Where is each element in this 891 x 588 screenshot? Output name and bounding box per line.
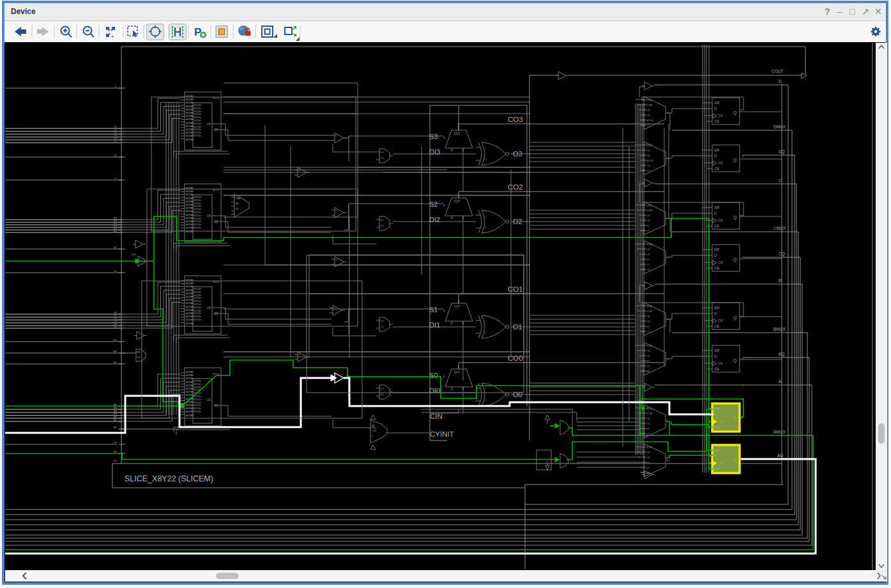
- svg-text:INIT64h: INIT64h: [194, 135, 201, 137]
- svg-text:INIT64h: INIT64h: [194, 202, 201, 205]
- svg-text:AX: AX: [372, 424, 376, 427]
- svg-text:MC31: MC31: [213, 97, 219, 100]
- svg-text:XOR: XOR: [646, 412, 652, 415]
- svg-text:INIT64h: INIT64h: [194, 126, 201, 128]
- svg-text:INIT64h: INIT64h: [194, 297, 201, 299]
- svg-text:O: O: [335, 209, 337, 212]
- svg-text:0: 0: [450, 388, 452, 391]
- svg-text:A6WA6: A6WA6: [186, 214, 194, 216]
- svg-text:A6WA6: A6WA6: [186, 309, 194, 312]
- svg-text:A6WA6: A6WA6: [186, 384, 194, 387]
- svg-text:INIT64h: INIT64h: [194, 132, 201, 134]
- svg-text:A6WA6: A6WA6: [186, 374, 194, 377]
- svg-text:CX: CX: [380, 224, 384, 227]
- svg-text:WE: WE: [113, 350, 118, 353]
- svg-text:DI1: DI1: [429, 321, 440, 329]
- svg-text:CY: CY: [646, 229, 650, 232]
- svg-text:DX: DX: [380, 218, 384, 222]
- svg-text:CY: CY: [646, 169, 650, 172]
- svg-text:S0: S0: [429, 372, 438, 379]
- svg-text:INIT64h: INIT64h: [194, 107, 201, 110]
- svg-text:I: I: [485, 215, 485, 218]
- svg-text:INIT64h: INIT64h: [194, 291, 201, 294]
- svg-text:O6: O6: [646, 149, 650, 152]
- svg-text:INIT64h: INIT64h: [194, 300, 201, 303]
- svg-text:A6WA6: A6WA6: [186, 322, 194, 325]
- svg-text:O6: O6: [646, 214, 650, 217]
- svg-text:S1: S1: [429, 306, 438, 313]
- svg-text:DX: DX: [380, 319, 384, 322]
- svg-text:F7: F7: [646, 427, 650, 430]
- svg-text:INIT64h: INIT64h: [194, 199, 201, 202]
- svg-text:CY: CY: [646, 124, 650, 127]
- svg-text:INIT64h: INIT64h: [194, 116, 201, 119]
- svg-text:DX: DX: [380, 387, 384, 390]
- svg-text:A6WA6: A6WA6: [186, 197, 194, 200]
- svg-text:CX: CX: [646, 268, 650, 271]
- svg-text:INIT64h: INIT64h: [194, 411, 201, 413]
- svg-text:Q: Q: [733, 110, 737, 116]
- svg-text:D: D: [714, 412, 717, 416]
- svg-text:INIT64h: INIT64h: [194, 312, 201, 315]
- svg-text:A6WA6: A6WA6: [186, 204, 194, 206]
- svg-text:INIT64h: INIT64h: [194, 227, 201, 229]
- svg-text:O6: O6: [207, 215, 211, 218]
- svg-text:OUT: OUT: [454, 132, 461, 135]
- svg-text:I: I: [485, 320, 485, 324]
- svg-text:MC31: MC31: [213, 281, 219, 283]
- svg-text:CX: CX: [380, 393, 384, 396]
- svg-text:CX: CX: [646, 164, 650, 167]
- svg-text:DMUX: DMUX: [773, 124, 786, 129]
- svg-text:CY: CY: [646, 466, 650, 469]
- svg-text:CE: CE: [714, 119, 719, 123]
- svg-text:A6WA6: A6WA6: [186, 115, 194, 117]
- svg-text:INIT64h: INIT64h: [194, 303, 201, 306]
- svg-text:A6WA6: A6WA6: [186, 381, 194, 384]
- svg-text:A6WA6: A6WA6: [186, 299, 194, 301]
- svg-text:SR: SR: [714, 306, 720, 310]
- svg-text:A6WA6: A6WA6: [186, 135, 194, 137]
- svg-text:CO1: CO1: [508, 285, 523, 293]
- svg-text:A6WA6: A6WA6: [186, 200, 194, 203]
- svg-text:A6WA6: A6WA6: [186, 125, 194, 128]
- svg-text:C: C: [485, 158, 487, 161]
- svg-text:CX: CX: [113, 154, 117, 157]
- svg-text:CE: CE: [714, 266, 719, 270]
- svg-text:A1: A1: [114, 418, 118, 421]
- svg-text:C: C: [485, 398, 487, 402]
- svg-text:D1: D1: [114, 325, 118, 328]
- svg-text:MC31: MC31: [646, 119, 654, 122]
- svg-text:Q: Q: [733, 416, 737, 421]
- svg-text:A6: A6: [114, 403, 118, 406]
- svg-text:A6WA6: A6WA6: [186, 285, 194, 288]
- svg-text:S3: S3: [429, 133, 438, 140]
- svg-text:O6: O6: [207, 123, 211, 126]
- svg-text:SLICE_X8Y22 (SLICEM): SLICE_X8Y22 (SLICEM): [125, 474, 213, 483]
- svg-text:ASQ: ASQ: [646, 407, 653, 410]
- svg-text:A6WA6: A6WA6: [186, 98, 194, 101]
- svg-text:F7: F7: [646, 461, 650, 464]
- svg-text:S2: S2: [429, 200, 438, 208]
- svg-text:A: A: [779, 379, 782, 384]
- svg-text:A6WA6: A6WA6: [186, 128, 194, 131]
- svg-text:O5: O5: [646, 422, 650, 425]
- svg-text:CE: CE: [714, 167, 719, 170]
- svg-text:INIT64h: INIT64h: [194, 128, 201, 131]
- svg-text:COUT: COUT: [772, 69, 783, 73]
- svg-text:MC31: MC31: [646, 159, 654, 162]
- svg-text:A6WA6: A6WA6: [186, 220, 194, 223]
- svg-text:DI3: DI3: [429, 148, 440, 156]
- svg-text:D: D: [714, 454, 717, 458]
- svg-text:A6WA6: A6WA6: [186, 289, 194, 292]
- svg-text:MC31: MC31: [213, 189, 219, 192]
- svg-text:CY: CY: [646, 365, 650, 368]
- svg-text:A6WA6: A6WA6: [186, 105, 194, 108]
- svg-text:INIT64h: INIT64h: [194, 319, 201, 321]
- svg-text:D: D: [714, 154, 717, 158]
- svg-text:SR: SR: [714, 407, 720, 411]
- svg-text:CK: CK: [718, 419, 723, 423]
- svg-text:CK: CK: [718, 161, 723, 165]
- svg-text:A6WA6: A6WA6: [186, 102, 194, 104]
- svg-text:CK: CK: [718, 260, 723, 264]
- svg-text:CK: CK: [113, 459, 117, 462]
